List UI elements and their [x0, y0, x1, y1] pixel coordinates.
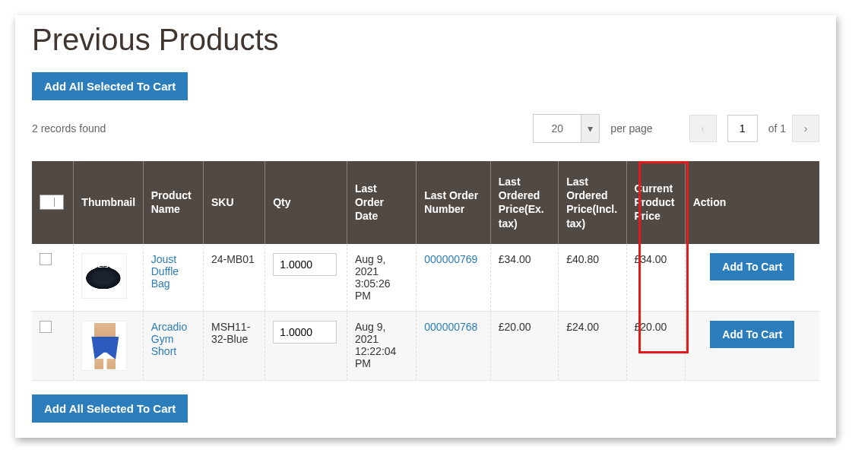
page-title: Previous Products	[15, 15, 836, 72]
add-to-cart-button[interactable]: Add To Cart	[710, 321, 794, 348]
total-pages-label: of 1	[768, 122, 786, 135]
chevron-down-icon[interactable]: ▾	[581, 115, 599, 142]
column-last-order-number: Last Order Number	[417, 161, 491, 244]
chevron-left-icon: ‹	[701, 122, 705, 135]
product-name-link[interactable]: Joust Duffle Bag	[151, 253, 179, 290]
add-all-selected-button-bottom[interactable]: Add All Selected To Cart	[32, 394, 188, 423]
next-page-button[interactable]: ›	[792, 115, 819, 142]
product-thumbnail	[81, 321, 127, 371]
price-ex-cell: £34.00	[490, 244, 558, 312]
add-to-cart-button[interactable]: Add To Cart	[710, 253, 794, 280]
column-select-all: ▾	[32, 161, 74, 244]
qty-input[interactable]	[273, 253, 337, 276]
records-found-label: 2 records found	[32, 122, 106, 135]
order-number-link[interactable]: 000000768	[424, 321, 477, 333]
price-ex-cell: £20.00	[490, 311, 558, 380]
table-row: Joust Duffle Bag 24-MB01 Aug 9, 2021 3:0…	[32, 244, 819, 312]
current-price-cell: £34.00	[626, 244, 685, 312]
sku-cell: MSH11-32-Blue	[203, 311, 265, 380]
qty-input[interactable]	[273, 321, 337, 344]
per-page-select[interactable]: 20 ▾	[533, 114, 600, 143]
current-price-cell: £20.00	[626, 311, 685, 380]
chevron-down-icon: ▾	[54, 198, 63, 207]
column-last-price-ex: Last Ordered Price(Ex. tax)	[490, 161, 558, 244]
prev-page-button[interactable]: ‹	[689, 115, 717, 142]
price-in-cell: £40.80	[559, 244, 626, 312]
products-table: ▾ Thumbnail Product Name SKU Qty Last Or…	[32, 161, 819, 381]
column-qty: Qty	[265, 161, 347, 244]
column-action: Action	[685, 161, 819, 244]
column-product-name: Product Name	[143, 161, 203, 244]
per-page-value: 20	[534, 115, 581, 142]
last-order-date-cell: Aug 9, 2021 3:05:26 PM	[347, 244, 416, 312]
table-row: Arcadio Gym Short MSH11-32-Blue Aug 9, 2…	[32, 311, 819, 380]
last-order-date-cell: Aug 9, 2021 12:22:04 PM	[347, 311, 416, 380]
column-current-price: Current Product Price	[626, 161, 685, 244]
checkbox-icon	[42, 197, 52, 207]
page-number-input[interactable]	[727, 115, 758, 142]
column-last-price-in: Last Ordered Price(Incl. tax)	[559, 161, 626, 244]
column-last-order-date: Last Order Date	[347, 161, 416, 244]
column-thumbnail: Thumbnail	[74, 161, 143, 244]
pager: 20 ▾ per page ‹ of 1 ›	[533, 114, 819, 143]
product-thumbnail	[81, 253, 127, 299]
product-name-link[interactable]: Arcadio Gym Short	[151, 321, 187, 357]
sku-cell: 24-MB01	[203, 244, 265, 312]
row-checkbox[interactable]	[40, 253, 52, 265]
price-in-cell: £24.00	[559, 311, 626, 380]
row-checkbox[interactable]	[40, 321, 52, 333]
order-number-link[interactable]: 000000769	[424, 253, 477, 265]
add-all-selected-button-top[interactable]: Add All Selected To Cart	[32, 72, 188, 100]
select-all-dropdown[interactable]: ▾	[40, 195, 64, 210]
chevron-right-icon: ›	[804, 122, 808, 135]
per-page-label: per page	[610, 122, 652, 135]
column-sku: SKU	[203, 161, 265, 244]
